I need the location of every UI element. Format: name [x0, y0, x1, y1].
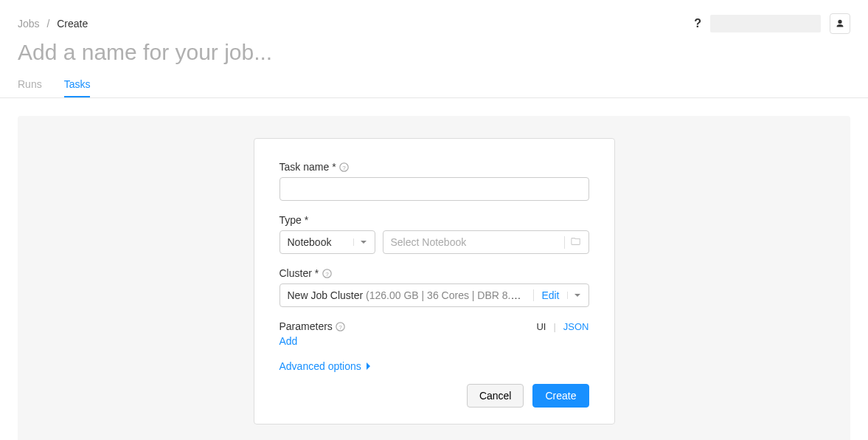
tab-runs[interactable]: Runs — [18, 72, 42, 97]
cluster-details: (126.00 GB | 36 Cores | DBR 8.3 | Sp… — [366, 289, 526, 301]
type-required: * — [305, 214, 308, 226]
cluster-name: New Job Cluster — [288, 289, 364, 301]
advanced-options-label: Advanced options — [280, 360, 361, 372]
cluster-edit-link[interactable]: Edit — [533, 289, 559, 301]
user-name-redacted — [710, 15, 821, 32]
create-button[interactable]: Create — [532, 384, 588, 408]
task-name-label: Task name — [280, 161, 330, 173]
cluster-label: Cluster — [280, 267, 312, 279]
task-name-required: * — [332, 161, 336, 173]
help-icon[interactable]: ? — [336, 321, 346, 331]
cluster-select[interactable]: New Job Cluster (126.00 GB | 36 Cores | … — [280, 283, 589, 307]
breadcrumb-separator: / — [46, 18, 49, 30]
divider: | — [553, 321, 555, 332]
svg-text:?: ? — [339, 323, 343, 330]
tab-tasks[interactable]: Tasks — [64, 72, 91, 97]
cancel-button[interactable]: Cancel — [467, 384, 524, 408]
type-selected-value: Notebook — [288, 236, 332, 248]
chevron-right-icon — [366, 362, 372, 371]
task-name-input[interactable] — [280, 177, 589, 201]
type-label: Type — [280, 214, 302, 226]
svg-text:?: ? — [325, 270, 329, 277]
breadcrumb: Jobs / Create — [18, 18, 88, 30]
parameters-label: Parameters — [280, 320, 333, 332]
notebook-picker[interactable]: Select Notebook — [383, 230, 589, 254]
cluster-required: * — [315, 267, 319, 279]
chevron-down-icon — [567, 292, 581, 299]
content-area: Task name * ? Type * Notebook — [18, 116, 850, 440]
params-toggle-ui[interactable]: UI — [536, 321, 546, 332]
type-select[interactable]: Notebook — [280, 230, 375, 254]
help-icon[interactable]: ? — [339, 162, 350, 172]
breadcrumb-current: Create — [57, 18, 88, 30]
task-form: Task name * ? Type * Notebook — [254, 138, 615, 424]
help-icon[interactable]: ? — [694, 17, 701, 30]
folder-icon — [564, 236, 581, 249]
svg-text:?: ? — [342, 164, 346, 171]
job-name-input[interactable] — [18, 40, 850, 65]
chevron-down-icon — [353, 238, 367, 246]
notebook-picker-placeholder: Select Notebook — [391, 236, 564, 248]
params-toggle-json[interactable]: JSON — [563, 321, 589, 332]
user-icon — [835, 18, 845, 29]
breadcrumb-jobs[interactable]: Jobs — [18, 18, 40, 30]
user-menu-button[interactable] — [830, 13, 850, 34]
advanced-options-toggle[interactable]: Advanced options — [280, 360, 589, 372]
help-icon[interactable]: ? — [322, 268, 332, 278]
parameters-add-link[interactable]: Add — [280, 335, 298, 347]
